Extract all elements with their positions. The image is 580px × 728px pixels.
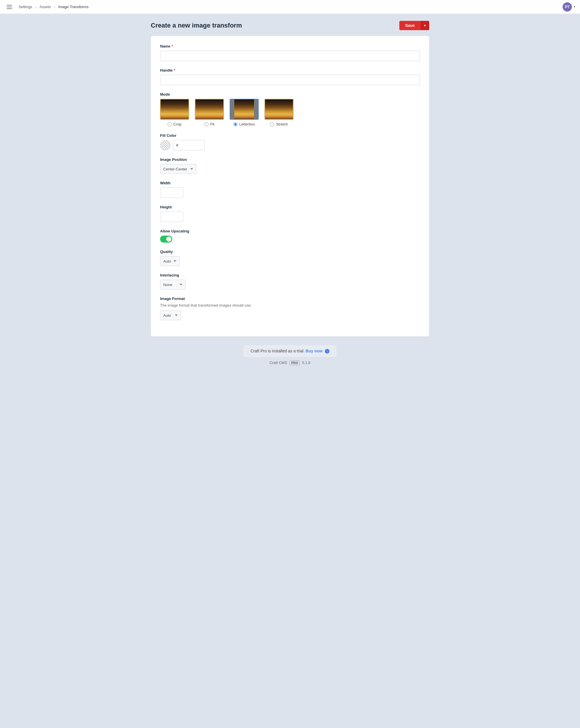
height-input[interactable] [160, 212, 183, 222]
mode-radio-letterbox[interactable] [233, 122, 237, 126]
page-header: Create a new image transform Save ▾ [151, 21, 429, 30]
trial-banner: Craft Pro is installed as a trial. Buy n… [244, 345, 336, 357]
interlacing-label: Interlacing [160, 273, 420, 277]
version-number: 5.1.8 [302, 361, 310, 365]
mode-img-crop [160, 99, 189, 120]
mode-radio-label-letterbox[interactable]: Letterbox [233, 122, 255, 126]
page-content: Create a new image transform Save ▾ Name… [145, 14, 435, 380]
quality-label: Quality [160, 250, 420, 254]
fill-color-label: Fill Color [160, 133, 420, 138]
breadcrumb-assets[interactable]: Assets [37, 3, 53, 10]
interlacing-field: Interlacing None Line Plane Partition [160, 273, 420, 289]
topnav-right: PT ▾ [562, 2, 575, 11]
footer: Craft Pro is installed as a trial. Buy n… [151, 336, 429, 368]
version-prefix: Craft CMS [270, 361, 287, 365]
allow-upscaling-field: Allow Upscaling [160, 229, 420, 242]
name-field: Name * [160, 44, 420, 61]
breadcrumb-sep-1: › [35, 4, 36, 9]
allow-upscaling-toggle-wrap [160, 236, 420, 242]
topnav-left: Settings › Assets › Image Transforms [5, 2, 91, 11]
pro-badge: PRO [289, 361, 300, 365]
width-label: Width [160, 181, 420, 185]
mode-field: Mode Crop [160, 92, 420, 126]
interlacing-select[interactable]: None Line Plane Partition [160, 280, 185, 289]
breadcrumb-image-transforms[interactable]: Image Transforms [56, 3, 91, 10]
allow-upscaling-label: Allow Upscaling [160, 229, 420, 233]
save-button[interactable]: Save [399, 21, 421, 30]
breadcrumb: Settings › Assets › Image Transforms [16, 3, 91, 10]
image-format-label: Image Format [160, 296, 420, 301]
mode-radio-crop[interactable] [168, 122, 172, 126]
image-format-select[interactable]: Auto jpg png gif webp avif [160, 310, 181, 320]
image-format-field: Image Format The image format that trans… [160, 296, 420, 320]
handle-label: Handle * [160, 68, 420, 73]
name-label: Name * [160, 44, 420, 48]
mode-label-fit: Fit [210, 122, 214, 126]
mode-img-fit [195, 99, 224, 120]
mode-img-stretch [264, 99, 294, 120]
buy-now-link[interactable]: Buy now [306, 349, 323, 353]
quality-field: Quality Auto 10 20 30 40 50 60 70 80 90 … [160, 250, 420, 266]
avatar-button[interactable]: PT [562, 2, 572, 11]
handle-field: Handle * [160, 68, 420, 85]
trial-text: Craft Pro is installed as a trial. [251, 349, 304, 353]
menu-toggle-button[interactable] [5, 2, 14, 11]
mode-radio-label-fit[interactable]: Fit [204, 122, 214, 126]
image-position-field: Image Position Top-Left Top-Center Top-R… [160, 157, 420, 174]
width-input[interactable] [160, 187, 183, 198]
name-required-star: * [171, 44, 173, 48]
mode-option-letterbox[interactable]: Letterbox [230, 99, 259, 126]
page-title: Create a new image transform [151, 22, 242, 29]
form-card: Name * Handle * Mode [151, 36, 429, 336]
height-label: Height [160, 205, 420, 209]
topnav: Settings › Assets › Image Transforms PT … [0, 0, 580, 14]
color-hash-input[interactable] [173, 140, 205, 150]
breadcrumb-sep-2: › [54, 4, 55, 9]
mode-radio-label-crop[interactable]: Crop [168, 122, 181, 126]
allow-upscaling-toggle-label[interactable] [160, 236, 172, 242]
mode-label-stretch: Stretch [276, 122, 288, 126]
name-input[interactable] [160, 51, 420, 61]
mode-label-letterbox: Letterbox [239, 122, 255, 126]
color-swatch[interactable] [160, 140, 171, 150]
fill-color-field: Fill Color [160, 133, 420, 150]
breadcrumb-settings[interactable]: Settings [16, 3, 34, 10]
avatar-caret-icon[interactable]: ▾ [574, 5, 575, 9]
fill-color-row [160, 140, 420, 150]
mode-radio-stretch[interactable] [270, 122, 274, 126]
mode-option-fit[interactable]: Fit [195, 99, 224, 126]
quality-select[interactable]: Auto 10 20 30 40 50 60 70 80 90 100 [160, 256, 179, 266]
footer-version: Craft CMS PRO 5.1.8 [151, 361, 429, 365]
handle-required-star: * [174, 68, 175, 73]
image-format-desc: The image format that transformed images… [160, 303, 420, 308]
mode-label-crop: Crop [173, 122, 181, 126]
handle-input[interactable] [160, 75, 420, 85]
save-btn-group: Save ▾ [399, 21, 429, 30]
mode-label: Mode [160, 92, 420, 97]
mode-radio-fit[interactable] [204, 122, 208, 126]
mode-radio-label-stretch[interactable]: Stretch [270, 122, 288, 126]
save-dropdown-button[interactable]: ▾ [421, 21, 429, 30]
buy-now-icon: › [325, 349, 329, 354]
mode-option-stretch[interactable]: Stretch [264, 99, 294, 126]
image-position-select[interactable]: Top-Left Top-Center Top-Right Center-Lef… [160, 164, 196, 174]
height-field: Height [160, 205, 420, 222]
mode-options: Crop Fit [160, 99, 420, 126]
width-field: Width [160, 181, 420, 198]
image-position-label: Image Position [160, 157, 420, 162]
mode-img-letterbox [230, 99, 259, 120]
mode-option-crop[interactable]: Crop [160, 99, 189, 126]
